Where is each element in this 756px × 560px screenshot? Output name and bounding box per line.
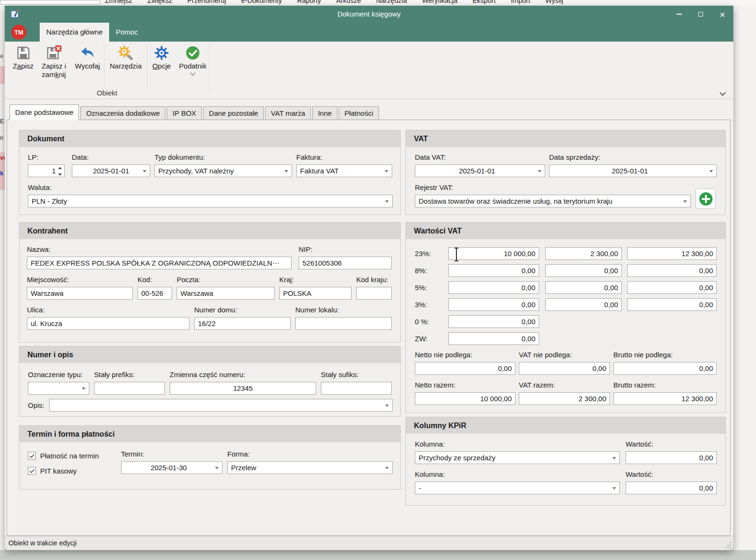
section-vat: VAT Data VAT: 2025-01-01 Data sprzedaży:…	[405, 130, 726, 215]
kolumna-combobox[interactable]: Przychody ze sprzedaży	[415, 451, 620, 464]
netto-nie-podlega-input[interactable]: 0,00	[415, 362, 515, 375]
vat8-brutto-input[interactable]: 0,00	[627, 264, 717, 277]
vat5-brutto-input[interactable]: 0,00	[627, 281, 717, 294]
bg-menu-item[interactable]: Wyślij	[545, 0, 563, 4]
dropdown-arrow-icon	[385, 200, 389, 203]
data-vat-combobox[interactable]: 2025-01-01	[415, 164, 545, 177]
plus-icon	[698, 191, 713, 207]
brutto-nie-podlega-input[interactable]: 0,00	[613, 362, 717, 375]
tab-inne[interactable]: Inne	[312, 106, 337, 120]
termin-combobox[interactable]: 2025-01-30	[121, 461, 223, 474]
background-text-fragment: e	[0, 53, 3, 59]
vat5-vat-input[interactable]: 0,00	[545, 281, 622, 294]
vat3-vat-input[interactable]: 0,00	[545, 298, 622, 311]
floppy-close-icon	[45, 44, 62, 62]
data-label: Data:	[72, 153, 150, 161]
opis-combobox[interactable]	[49, 399, 393, 412]
section-numer-i-opis: Numer i opis Oznaczenie typu: Stały pref…	[19, 346, 401, 417]
data-sprzedazy-combobox[interactable]: 2025-01-01	[549, 164, 717, 177]
brutto-razem-input[interactable]: 12 300,00	[613, 392, 717, 405]
tab-platnosci[interactable]: Płatności	[339, 106, 379, 120]
bg-menu-item[interactable]: Import	[511, 0, 530, 4]
ribbon-collapse-button[interactable]	[721, 91, 725, 95]
save-button[interactable]: Zapisz	[10, 43, 36, 70]
vat-nie-podlega-input[interactable]: 0,00	[519, 362, 610, 375]
oznaczenie-typu-combobox[interactable]	[28, 382, 89, 395]
bg-menu-item[interactable]: Przenumeruj	[187, 0, 226, 4]
kraj-input[interactable]: POLSKA	[279, 287, 352, 300]
tab-dane-podstawowe[interactable]: Dane podstawowe	[9, 104, 79, 120]
platnosc-na-termin-checkbox[interactable]: Płatność na termin	[28, 452, 121, 460]
ribbon-tab-narzedzia-glowne[interactable]: Narzędzia główne	[40, 23, 109, 42]
nip-input[interactable]: 5261005306	[299, 257, 392, 269]
staly-sufiks-input[interactable]	[321, 382, 392, 395]
wartosc-input[interactable]: 0,00	[626, 451, 717, 464]
data-combobox[interactable]: 2025-01-01	[72, 164, 150, 177]
vat3-netto-input[interactable]: 0,00	[448, 298, 539, 311]
close-button[interactable]: ×	[712, 6, 733, 23]
app-logo-badge[interactable]: TM	[11, 25, 26, 40]
dropdown-arrow-icon	[538, 170, 541, 172]
vat5-netto-input[interactable]: 0,00	[448, 281, 539, 294]
kod-input[interactable]: 00-526	[137, 287, 172, 300]
numer-lokalu-input[interactable]	[295, 317, 392, 330]
bg-menu-item[interactable]: Eksport	[472, 0, 496, 4]
maximize-button[interactable]	[690, 6, 712, 23]
vat-rate-label: 0 %:	[415, 315, 446, 328]
bg-menu-item[interactable]: Raporty	[297, 0, 321, 4]
bg-menu-item[interactable]: Arkusze	[336, 0, 361, 4]
dropdown-arrow-icon	[612, 457, 616, 459]
waluta-combobox[interactable]: PLN - Złoty	[28, 195, 393, 207]
typ-dokumentu-combobox[interactable]: Przychody, VAT należny	[155, 164, 292, 177]
faktura-combobox[interactable]: Faktura VAT	[296, 164, 392, 177]
title-bar[interactable]: Dokument księgowy ×	[5, 6, 733, 23]
ulica-input[interactable]: ul. Krucza	[27, 317, 189, 330]
tools-button[interactable]: Narzędzia	[105, 43, 146, 70]
kod-kraju-label: Kod kraju:	[356, 276, 392, 284]
tab-dane-pozostale[interactable]: Dane pozostałe	[203, 106, 264, 120]
vat23-brutto-input[interactable]: 12 300,00	[627, 247, 717, 260]
save-and-close-button[interactable]: Zapisz i zamknij	[36, 43, 72, 79]
netto-razem-input[interactable]: 10 000,00	[415, 392, 515, 405]
bg-menu-item[interactable]: Narzędzia	[376, 0, 407, 4]
lp-spinner[interactable]: 1	[28, 164, 65, 177]
vat0-netto-input[interactable]: 0,00	[448, 315, 539, 328]
opis-label: Opis:	[28, 401, 46, 409]
wartosc-input[interactable]: 0,00	[626, 482, 717, 494]
tab-vat-marza[interactable]: VAT marża	[265, 106, 311, 120]
tab-oznaczenia-dodatkowe[interactable]: Oznaczenia dodatkowe	[80, 106, 165, 120]
forma-combobox[interactable]: Przelew	[227, 461, 393, 474]
undo-arrow-icon	[79, 44, 95, 62]
vat23-vat-input[interactable]: 2 300,00	[545, 247, 622, 260]
bg-menu-item[interactable]: Weryfikacja	[422, 0, 457, 4]
vat-razem-input[interactable]: 2 300,00	[519, 392, 610, 405]
ribbon-tab-pomoc[interactable]: Pomoc	[109, 23, 145, 42]
tab-ip-box[interactable]: IP BOX	[167, 106, 202, 120]
poczta-input[interactable]: Warszawa	[177, 287, 275, 300]
staly-prefiks-label: Stały prefiks:	[94, 370, 165, 379]
undo-button[interactable]: Wycofaj	[72, 43, 103, 70]
add-vat-register-button[interactable]	[696, 189, 716, 209]
staly-prefiks-input[interactable]	[94, 382, 165, 395]
taxpayer-button[interactable]: Podatnik	[175, 43, 211, 75]
pit-kasowy-checkbox[interactable]: PIT kasowy	[28, 467, 121, 475]
bg-menu-item[interactable]: Zwiększ	[147, 0, 172, 4]
bg-menu-item[interactable]: Zmniejsz	[105, 0, 132, 4]
kolumna-combobox[interactable]: -	[415, 482, 620, 494]
options-button[interactable]: Opcje	[148, 43, 175, 70]
minimize-button[interactable]	[668, 6, 690, 23]
miejscowosc-input[interactable]: Warszawa	[27, 287, 133, 300]
vat8-vat-input[interactable]: 0,00	[545, 264, 622, 277]
vat3-brutto-input[interactable]: 0,00	[627, 298, 717, 311]
bg-menu-item[interactable]: e-Dokumenty	[241, 0, 282, 4]
spinner-arrows[interactable]	[58, 167, 62, 176]
vat23-netto-input[interactable]: 10 000,00	[448, 247, 539, 260]
nazwa-input[interactable]: FEDEX EXPRESS POLSKA SPÓŁKA Z OGRANICZON…	[27, 257, 292, 269]
vat8-netto-input[interactable]: 0,00	[448, 264, 539, 277]
kod-kraju-input[interactable]	[356, 287, 392, 300]
zmienna-czesc-input[interactable]: 12345	[170, 382, 316, 395]
rejestr-vat-combobox[interactable]: Dostawa towarów oraz świadczenie usług, …	[415, 195, 691, 207]
numer-domu-input[interactable]: 16/22	[194, 317, 291, 330]
vatzw-netto-input[interactable]: 0,00	[448, 332, 539, 345]
resize-grip[interactable]	[725, 542, 731, 548]
